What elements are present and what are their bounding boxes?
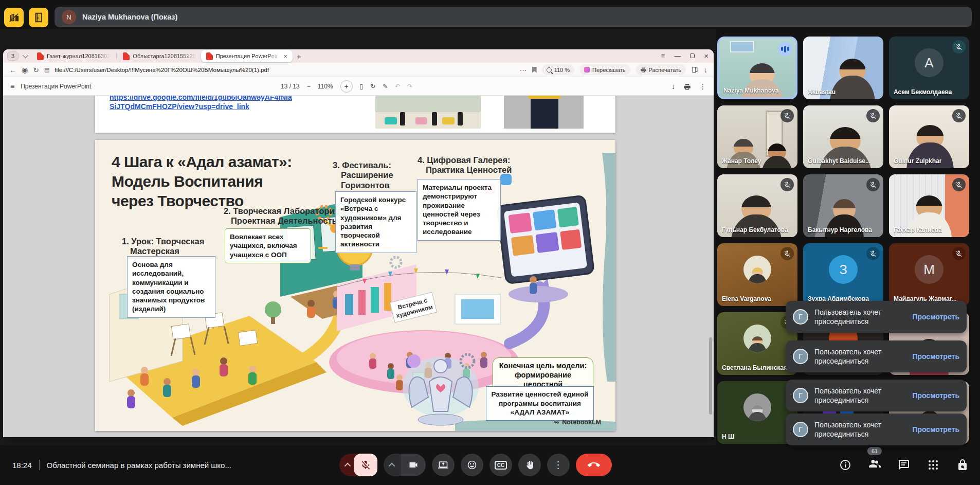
captions-button[interactable]: CC <box>489 454 512 476</box>
refresh-icon[interactable]: ↻ <box>33 66 39 74</box>
activities-grid-icon[interactable] <box>927 459 939 471</box>
bookmark-icon[interactable] <box>532 67 537 73</box>
drive-link[interactable]: https://drive.google.com/file/d/1gub6lOa… <box>110 96 292 111</box>
participant-tile[interactable]: Elena Varganova <box>717 243 797 306</box>
raise-hand-button[interactable] <box>518 454 541 476</box>
participant-tile[interactable]: Бакытнур Наргелова <box>803 174 883 237</box>
more-icon[interactable]: ⋯ <box>520 66 527 74</box>
chat-icon[interactable] <box>898 459 910 471</box>
zoom-in-button[interactable]: + <box>340 80 353 93</box>
mic-control[interactable] <box>339 454 377 476</box>
close-button[interactable]: × <box>704 51 709 60</box>
gallery-person-head <box>530 276 537 283</box>
join-request-toast: Г Пользователь хочетприсоединиться Просм… <box>786 414 967 445</box>
pdf-overflow-icon[interactable]: ⋮ <box>699 82 706 91</box>
participant-tile[interactable]: Gulnur Zulpkhar <box>889 105 969 168</box>
mic-muted-icon <box>866 109 880 122</box>
avatar <box>743 325 771 352</box>
rotate-icon[interactable]: ↻ <box>370 83 375 90</box>
minimize-button[interactable]: — <box>674 52 681 60</box>
pdf-file-icon <box>123 52 130 60</box>
review-button[interactable]: Просмотреть <box>912 391 959 400</box>
redo-icon[interactable]: ↷ <box>407 83 412 90</box>
review-button[interactable]: Просмотреть <box>912 313 959 321</box>
pdf-page-13-slide: idea <box>95 140 615 431</box>
camera-control[interactable] <box>384 454 426 476</box>
mic-muted-icon <box>952 247 966 260</box>
pdf-download-icon[interactable]: ↓ <box>672 82 675 91</box>
participant-tile[interactable]: Гаухар Калиева <box>889 174 969 237</box>
retell-button[interactable]: Пересказать <box>579 64 630 75</box>
toast-text: Пользователь хочетприсоединиться <box>814 386 906 405</box>
print-button[interactable]: Распечатать <box>636 64 686 75</box>
mic-muted-icon <box>781 247 794 260</box>
mic-muted-icon <box>866 178 880 191</box>
stage-art <box>461 299 494 319</box>
participant-name: Асем Бекмолдаева <box>894 88 952 96</box>
pdf-document-area[interactable]: https://drive.google.com/file/d/1gub6lOa… <box>3 96 714 437</box>
tab-title: Облыстарга1208155928 <box>133 53 195 59</box>
participant-name: Gulbakhyt Baiduise... <box>808 157 870 165</box>
profile-icon[interactable]: ◉ <box>22 66 28 74</box>
end-call-button[interactable] <box>576 454 612 476</box>
browser-menu-icon[interactable]: ≡ <box>661 52 665 60</box>
mic-muted-icon <box>781 109 794 122</box>
camera-options-button[interactable] <box>384 454 401 476</box>
new-tab-button[interactable]: + <box>297 52 301 61</box>
toast-text: Пользователь хочетприсоединиться <box>814 347 906 366</box>
review-button[interactable]: Просмотреть <box>912 425 959 434</box>
reactions-button[interactable] <box>461 454 483 476</box>
zoom-out-button[interactable]: − <box>307 83 311 90</box>
info-icon[interactable] <box>839 459 851 471</box>
speaking-indicator-icon <box>778 42 792 56</box>
browser-tab-2[interactable]: Облыстарга1208155928 <box>118 50 201 62</box>
presenter-avatar: N <box>62 10 76 24</box>
meeting-side-controls: 61 <box>839 445 969 485</box>
participant-tile[interactable]: Gulbakhyt Baiduise... <box>803 105 883 168</box>
chevron-down-icon[interactable] <box>23 52 28 58</box>
host-controls-lock-icon[interactable] <box>956 459 969 471</box>
mic-muted-icon <box>952 178 966 191</box>
browser-tab-active[interactable]: Презентация PowerPoint × <box>201 50 293 62</box>
pdf-menu-icon[interactable]: ≡ <box>10 82 14 91</box>
annotate-pen-icon[interactable]: ✎ <box>383 83 388 90</box>
participant-tile[interactable]: М Майдагуль Жармаг... <box>889 243 969 306</box>
participant-name: Жанар Толеу <box>722 157 761 165</box>
taskbar-app-icon-sheets[interactable] <box>4 8 24 27</box>
participant-name: Светлана Былинская <box>722 364 787 371</box>
participant-tile[interactable]: Жанар Толеу <box>717 105 797 168</box>
camera-button[interactable] <box>401 454 426 476</box>
people-panel-button[interactable]: 61 <box>868 458 881 472</box>
more-options-button[interactable]: ⋮ <box>547 454 570 476</box>
participant-tile[interactable]: Akbastau <box>803 37 883 99</box>
tab-counter[interactable]: 3 <box>7 51 19 61</box>
url-field[interactable]: file:///C:/Users/user/Desktop/!!!Мусина%… <box>55 67 514 73</box>
participant-tile[interactable]: A Асем Бекмолдаева <box>889 37 969 99</box>
zoom-control[interactable]: 110 % <box>542 64 574 75</box>
collections-icon[interactable] <box>691 66 699 74</box>
raise-hand-icon <box>524 460 535 470</box>
present-button[interactable] <box>432 454 455 476</box>
fit-page-icon[interactable]: ▯ <box>360 83 364 90</box>
taskbar-app-icon-door[interactable] <box>29 8 48 27</box>
close-tab-icon[interactable]: × <box>283 52 287 60</box>
review-button[interactable]: Просмотреть <box>912 352 959 361</box>
building-chart-icon <box>8 12 20 23</box>
pdf-zoom-value[interactable]: 110% <box>318 83 333 90</box>
back-icon[interactable]: ← <box>9 66 16 74</box>
shared-screen-area: 3 Газет-журнал120816302 Облыстарга120815… <box>0 29 716 445</box>
participant-tile[interactable]: Гульнар Бекбулатова <box>717 174 797 237</box>
browser-tab-1[interactable]: Газет-журнал120816302 <box>32 50 115 62</box>
page-indicator[interactable]: 13 / 13 <box>281 83 300 90</box>
pdf-scrollbar[interactable] <box>709 337 712 415</box>
undo-icon[interactable]: ↶ <box>395 83 400 90</box>
participant-tile[interactable]: З Зухра Абдимбекова <box>803 243 883 306</box>
mic-mute-button[interactable] <box>354 454 377 476</box>
download-icon[interactable]: ↓ <box>704 66 707 74</box>
participant-tile[interactable]: Naziya Mukhanova <box>717 37 797 99</box>
pdf-print-icon[interactable] <box>683 83 691 91</box>
restore-button[interactable] <box>690 53 695 58</box>
address-bar: ← ◉ ↻ ▤ file:///C:/Users/user/Desktop/!!… <box>3 63 714 77</box>
pdf-page-12-fragment: https://drive.google.com/file/d/1gub6lOa… <box>95 96 615 133</box>
divider <box>39 460 40 470</box>
